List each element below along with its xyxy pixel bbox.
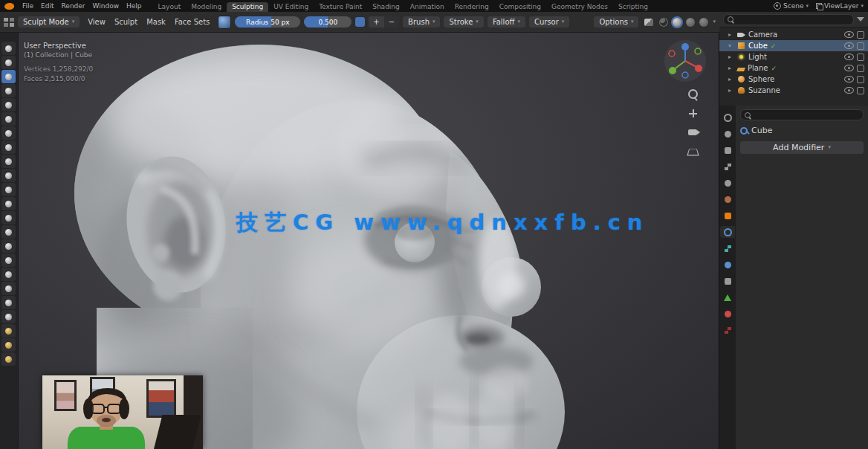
perspective-toggle-button[interactable]	[687, 146, 699, 158]
menu-edit[interactable]: Edit	[37, 2, 57, 10]
radius-slider[interactable]: Radius 50 px	[235, 16, 300, 28]
properties-tab-scene[interactable]	[720, 177, 735, 189]
scene-selector[interactable]: Scene ▾	[774, 2, 809, 10]
tool-blob[interactable]	[1, 126, 16, 140]
expand-caret-icon[interactable]: ▸	[728, 31, 734, 38]
expand-caret-icon[interactable]: ▸	[728, 76, 734, 83]
workspace-tab-modeling[interactable]: Modeling	[186, 2, 227, 12]
header-menu-mask[interactable]: Mask	[142, 16, 170, 28]
workspace-tab-uv-editing[interactable]: UV Editing	[268, 2, 314, 12]
pressure-toggle[interactable]	[355, 17, 365, 27]
outliner-row-light[interactable]: ▸Light	[719, 51, 868, 62]
popover-stroke[interactable]: Stroke▾	[444, 16, 483, 28]
shading-wireframe-icon[interactable]	[659, 18, 668, 27]
workspace-tab-sculpting[interactable]: Sculpting	[227, 2, 268, 12]
visibility-eye-icon[interactable]	[844, 31, 854, 38]
properties-tab-modifiers[interactable]	[720, 226, 735, 238]
properties-tab-material[interactable]	[720, 308, 735, 320]
tool-simplify[interactable]	[1, 324, 16, 337]
shading-dropdown-icon[interactable]: ▾	[713, 19, 716, 25]
popover-falloff[interactable]: Falloff▾	[488, 16, 525, 28]
tool-flatten[interactable]	[1, 169, 16, 182]
camera-view-button[interactable]	[687, 126, 699, 138]
strength-slider[interactable]: 0.500	[304, 16, 352, 28]
tool-snake-hook[interactable]	[1, 239, 16, 253]
tool-draw-sharp[interactable]	[1, 56, 16, 69]
brush-preview-icon[interactable]	[218, 16, 231, 29]
zoom-button[interactable]	[687, 88, 699, 100]
expand-caret-icon[interactable]: ▸	[728, 65, 734, 71]
view-layer-selector[interactable]: ViewLayer ▾	[816, 2, 864, 10]
workspace-tab-texture-paint[interactable]: Texture Paint	[314, 2, 367, 12]
direction-minus-button[interactable]: −	[384, 16, 399, 28]
visibility-eye-icon[interactable]	[844, 42, 854, 49]
popover-brush[interactable]: Brush▾	[403, 16, 440, 28]
render-visibility-icon[interactable]	[857, 42, 864, 50]
tool-pose[interactable]	[1, 268, 16, 281]
tool-mask[interactable]	[1, 338, 16, 352]
properties-tab-world[interactable]	[720, 193, 735, 205]
properties-tab-constraints[interactable]	[720, 275, 735, 287]
navigation-gizmo[interactable]	[664, 40, 706, 82]
visibility-eye-icon[interactable]	[844, 54, 854, 60]
workspace-tab-animation[interactable]: Animation	[405, 2, 450, 12]
add-modifier-button[interactable]: Add Modifier ▾	[740, 141, 864, 154]
render-visibility-icon[interactable]	[857, 87, 864, 94]
tool-pinch[interactable]	[1, 197, 16, 210]
header-menu-face-sets[interactable]: Face Sets	[170, 16, 214, 28]
tool-draw-face-sets[interactable]	[1, 352, 16, 366]
properties-tab-data[interactable]	[720, 291, 735, 303]
tool-inflate[interactable]	[1, 112, 16, 126]
outliner-row-suzanne[interactable]: ▸Suzanne	[719, 85, 868, 96]
shading-solid-icon[interactable]	[673, 18, 681, 27]
properties-tab-tool[interactable]	[720, 112, 735, 123]
outliner-row-plane[interactable]: ▸Plane✓	[719, 62, 868, 74]
tool-thumb[interactable]	[1, 253, 16, 267]
tool-rotate[interactable]	[1, 296, 16, 309]
menu-help[interactable]: Help	[123, 2, 146, 10]
expand-caret-icon[interactable]: ▾	[728, 42, 734, 49]
render-visibility-icon[interactable]	[857, 54, 864, 61]
menu-render[interactable]: Render	[58, 2, 89, 10]
tool-slide-relax[interactable]	[1, 310, 16, 323]
outliner-row-camera[interactable]: ▸Camera	[719, 29, 868, 40]
xray-toggle[interactable]	[643, 16, 655, 28]
render-visibility-icon[interactable]	[857, 65, 864, 72]
popover-cursor[interactable]: Cursor▾	[529, 16, 569, 28]
tool-layer[interactable]	[1, 98, 16, 112]
header-menu-view[interactable]: View	[83, 16, 110, 28]
workspace-tab-layout[interactable]: Layout	[153, 2, 187, 12]
tool-nudge[interactable]	[1, 282, 16, 295]
workspace-tab-compositing[interactable]: Compositing	[494, 2, 546, 12]
outliner-row-cube[interactable]: ▾Cube✓	[719, 40, 868, 51]
move-view-button[interactable]	[687, 107, 699, 119]
tool-clay[interactable]	[1, 70, 16, 83]
outliner-row-sphere[interactable]: ▸Sphere	[719, 74, 868, 85]
workspace-tab-geometry-nodes[interactable]: Geometry Nodes	[546, 2, 613, 12]
workspace-tab-rendering[interactable]: Rendering	[450, 2, 494, 12]
properties-tab-output[interactable]	[720, 144, 735, 156]
blender-logo-icon[interactable]	[4, 3, 14, 10]
properties-tab-view-layer[interactable]	[720, 161, 735, 172]
visibility-eye-icon[interactable]	[844, 87, 854, 94]
tool-grab[interactable]	[1, 211, 16, 224]
menu-window[interactable]: Window	[89, 2, 123, 10]
expand-caret-icon[interactable]: ▸	[728, 54, 734, 60]
properties-tab-render[interactable]	[720, 128, 735, 140]
visibility-eye-icon[interactable]	[844, 76, 854, 83]
menu-file[interactable]: File	[19, 2, 37, 10]
shading-material-icon[interactable]	[686, 18, 695, 27]
tool-elastic-deform[interactable]	[1, 225, 16, 239]
tool-draw[interactable]	[1, 42, 16, 55]
workspace-tab-shading[interactable]: Shading	[367, 2, 405, 12]
visibility-eye-icon[interactable]	[844, 65, 854, 71]
workspace-tab-scripting[interactable]: Scripting	[613, 2, 653, 12]
render-visibility-icon[interactable]	[857, 76, 864, 83]
editor-type-icon[interactable]	[4, 18, 14, 27]
properties-tab-particles[interactable]	[720, 242, 735, 254]
tool-clay-strips[interactable]	[1, 84, 16, 97]
tool-smooth[interactable]	[1, 155, 16, 168]
outliner-search-input[interactable]	[723, 14, 854, 25]
properties-tab-texture[interactable]	[720, 324, 735, 336]
expand-caret-icon[interactable]: ▸	[728, 87, 734, 94]
